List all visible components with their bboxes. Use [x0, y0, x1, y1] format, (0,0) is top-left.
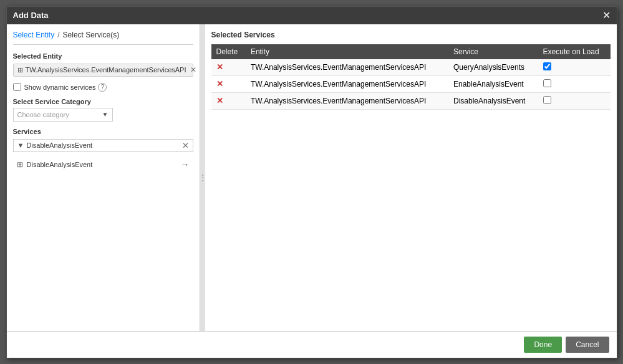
breadcrumb-step2: Select Service(s) [63, 31, 120, 39]
delete-cell: ✕ [211, 75, 246, 92]
delete-cell: ✕ [211, 59, 246, 76]
execute-on-load-cell [538, 92, 611, 109]
entity-cell: TW.AnalysisServices.EventManagementServi… [246, 59, 448, 76]
breadcrumb-separator: / [57, 31, 59, 39]
right-panel-title: Selected Services [211, 31, 611, 39]
show-dynamic-label: Show dynamic services [24, 84, 96, 91]
col-header-entity: Entity [246, 44, 448, 59]
add-data-dialog: Add Data ✕ Select Entity / Select Servic… [6, 6, 617, 358]
done-button[interactable]: Done [524, 337, 562, 353]
service-list-item[interactable]: ⊞ DisableAnalysisEvent → [13, 157, 193, 172]
service-list: ⊞ DisableAnalysisEvent → [13, 157, 193, 325]
services-label: Services [13, 128, 193, 135]
category-select-placeholder: Choose category [17, 111, 69, 118]
show-dynamic-row: Show dynamic services ? [13, 83, 193, 92]
breadcrumb: Select Entity / Select Service(s) [13, 31, 193, 45]
table-row: ✕TW.AnalysisServices.EventManagementServ… [211, 59, 611, 76]
dialog-header: Add Data ✕ [7, 7, 617, 24]
dialog-close-button[interactable]: ✕ [602, 11, 611, 21]
filter-clear-button[interactable]: ✕ [182, 141, 189, 150]
dialog-title: Add Data [13, 11, 49, 20]
entity-cell: TW.AnalysisServices.EventManagementServi… [246, 75, 448, 92]
execute-on-load-cell [538, 75, 611, 92]
service-cell: DisableAnalysisEvent [448, 92, 538, 109]
services-filter-row: ▼ DisableAnalysisEvent ✕ [13, 139, 193, 152]
delete-cell: ✕ [211, 92, 246, 109]
help-icon[interactable]: ? [98, 83, 107, 92]
chevron-down-icon: ▼ [102, 111, 109, 118]
service-item-icon: ⊞ [17, 160, 23, 169]
entity-icon: ⊞ [17, 66, 23, 74]
table-row: ✕TW.AnalysisServices.EventManagementServ… [211, 75, 611, 92]
show-dynamic-checkbox[interactable] [13, 83, 21, 91]
execute-on-load-checkbox[interactable] [543, 96, 551, 104]
service-item-text: DisableAnalysisEvent [27, 161, 181, 168]
service-cell: QueryAnalysisEvents [448, 59, 538, 76]
left-panel: Select Entity / Select Service(s) Select… [7, 24, 200, 331]
entity-cell: TW.AnalysisServices.EventManagementServi… [246, 92, 448, 109]
services-section: Services ▼ DisableAnalysisEvent ✕ ⊞ Disa… [13, 128, 193, 325]
entity-remove-button[interactable]: ✕ [190, 66, 196, 74]
breadcrumb-step1[interactable]: Select Entity [13, 31, 55, 39]
col-header-delete: Delete [211, 44, 246, 59]
execute-on-load-cell [538, 59, 611, 76]
selected-entity-label: Selected Entity [13, 52, 193, 60]
filter-icon: ▼ [17, 141, 24, 149]
service-item-arrow-icon: → [181, 160, 190, 170]
execute-on-load-checkbox[interactable] [543, 79, 551, 87]
table-header-row: Delete Entity Service Execute on Load [211, 44, 611, 59]
col-header-execute-on-load: Execute on Load [538, 44, 611, 59]
resize-handle[interactable] [200, 24, 205, 331]
service-cell: EnableAnalysisEvent [448, 75, 538, 92]
entity-name: TW.AnalysisServices.EventManagementServi… [26, 66, 186, 74]
service-category-section: Select Service Category Choose category … [13, 98, 193, 122]
delete-button[interactable]: ✕ [216, 62, 223, 72]
delete-button[interactable]: ✕ [216, 96, 223, 105]
cancel-button[interactable]: Cancel [566, 337, 609, 353]
entity-tag: ⊞ TW.AnalysisServices.EventManagementSer… [13, 64, 193, 77]
selected-services-table: Delete Entity Service Execute on Load ✕T… [211, 44, 611, 110]
delete-button[interactable]: ✕ [216, 79, 223, 89]
service-category-label: Select Service Category [13, 98, 193, 105]
col-header-service: Service [448, 44, 538, 59]
table-row: ✕TW.AnalysisServices.EventManagementServ… [211, 92, 611, 109]
filter-text: DisableAnalysisEvent [26, 141, 181, 149]
dialog-footer: Done Cancel [7, 331, 617, 358]
dialog-body: Select Entity / Select Service(s) Select… [7, 24, 617, 331]
execute-on-load-checkbox[interactable] [543, 62, 551, 70]
right-panel: Selected Services Delete Entity Service … [205, 24, 617, 331]
category-select-dropdown[interactable]: Choose category ▼ [13, 108, 113, 122]
